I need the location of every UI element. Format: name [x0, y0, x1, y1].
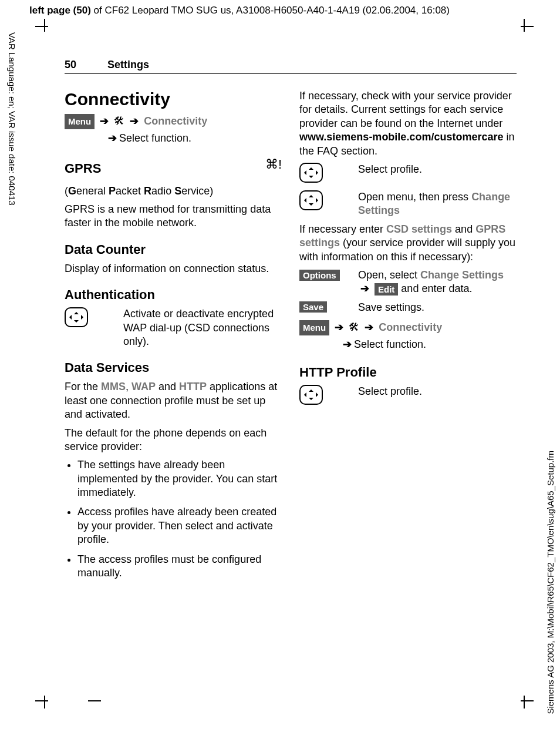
running-header: 50 Settings: [65, 59, 517, 74]
open-menu-text: Open menu, then press Change Settings: [358, 190, 517, 218]
options-instruction: Open, select Change Settings ➔ Edit and …: [358, 268, 517, 296]
edit-softkey: Edit: [375, 283, 398, 296]
navkey-icon: [299, 190, 323, 210]
arrow-icon: ➔: [360, 282, 369, 296]
crop-mark: [88, 700, 101, 701]
gprs-heading: GPRS: [65, 161, 101, 176]
doc-source-line: left page (50) of CF62 Leopard TMO SUG u…: [29, 5, 450, 16]
arrow-icon: ➔: [100, 113, 109, 130]
navkey-icon: [65, 307, 88, 327]
dataservices-heading: Data Services: [65, 360, 282, 375]
page-content: 50 Settings Connectivity Menu ➔ 🛠 ➔ Conn…: [65, 59, 517, 586]
crop-mark: [521, 26, 534, 27]
page-title: Connectivity: [65, 89, 282, 109]
right-margin-note: Siemens AG 2003, M:\Mobil\R65\CF62_TMO\e…: [545, 451, 555, 714]
select-profile-text: Select profile.: [358, 163, 517, 176]
datacounter-body: Display of information on connection sta…: [65, 262, 282, 276]
dataservices-p2: The default for the phone depends on eac…: [65, 427, 282, 454]
crop-mark: [524, 19, 525, 32]
auth-heading: Authentication: [65, 287, 282, 303]
crop-mark: [521, 700, 534, 701]
menu-softkey: Menu: [65, 114, 95, 129]
menu-path: Menu ➔ 🛠 ➔ Connectivity ➔Select function…: [65, 113, 282, 147]
datacounter-heading: Data Counter: [65, 242, 282, 257]
crop-mark: [524, 696, 525, 709]
options-softkey: Options: [299, 270, 340, 281]
provider-info: If necessary, check with your service pr…: [299, 89, 517, 158]
http-profile-heading: HTTP Profile: [299, 365, 517, 380]
crop-mark: [35, 700, 48, 701]
arrow-icon: ➔: [108, 130, 117, 147]
wrench-icon: 🛠: [114, 115, 124, 127]
left-column: Connectivity Menu ➔ 🛠 ➔ Connectivity ➔Se…: [65, 85, 282, 586]
save-text: Save settings.: [358, 301, 517, 314]
arrow-icon: ➔: [130, 113, 139, 130]
gprs-icon: ⌘!: [265, 157, 282, 172]
dataservices-p1: For the MMS, WAP and HTTP applications a…: [65, 380, 282, 421]
csd-gprs-note: If necessary enter CSD settings and GPRS…: [299, 223, 517, 264]
crop-mark: [35, 26, 48, 27]
menu-softkey: Menu: [299, 320, 329, 335]
section-name: Settings: [107, 59, 149, 70]
menu-path-2: Menu ➔ 🛠 ➔ Connectivity ➔Select function…: [299, 319, 517, 353]
gprs-body: GPRS is a new method for transmitting da…: [65, 203, 282, 230]
gprs-expansion: (General Packet Radio Service): [65, 184, 282, 198]
dataservices-list: The settings have already been implement…: [65, 458, 282, 580]
page-number: 50: [65, 59, 76, 70]
list-item: The access profiles must be configured m…: [77, 553, 282, 580]
navkey-icon: [299, 385, 323, 405]
list-item: Access profiles have already been create…: [77, 505, 282, 546]
navkey-icon: [299, 163, 323, 183]
list-item: The settings have already been implement…: [77, 458, 282, 499]
http-select-profile: Select profile.: [358, 385, 517, 398]
arrow-icon: ➔: [335, 319, 343, 336]
crop-mark: [44, 696, 45, 709]
auth-body: Activate or deactivate encrypted WAP dia…: [123, 307, 282, 348]
arrow-icon: ➔: [365, 319, 373, 336]
nav-connectivity: Connectivity: [379, 321, 442, 333]
save-softkey: Save: [299, 301, 327, 313]
nav-connectivity: Connectivity: [144, 115, 207, 127]
left-margin-note: VAR Language: en; VAR issue date: 040413: [7, 32, 17, 206]
right-column: If necessary, check with your service pr…: [299, 85, 517, 586]
arrow-icon: ➔: [343, 336, 352, 353]
wrench-icon: 🛠: [349, 321, 359, 333]
crop-mark: [44, 19, 45, 32]
